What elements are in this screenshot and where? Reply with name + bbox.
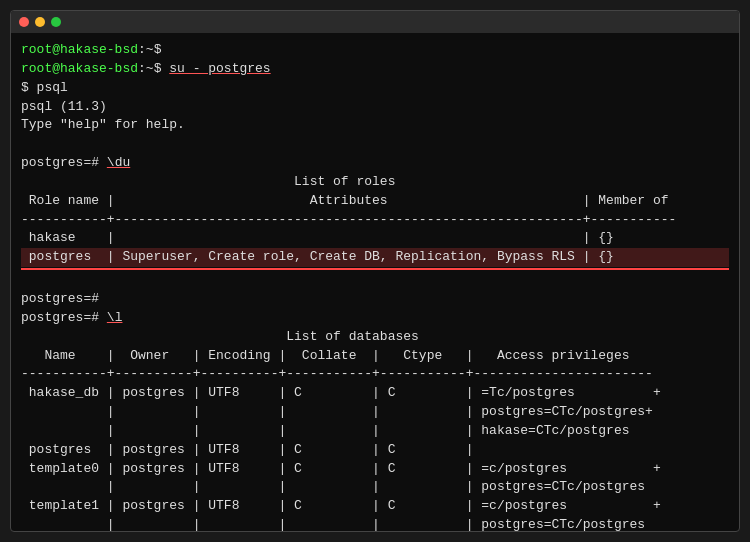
line-blank2: [21, 271, 729, 290]
line-3: $ psql: [21, 79, 729, 98]
line-5: Type "help" for help.: [21, 116, 729, 135]
line-db-header: List of databases: [21, 328, 729, 347]
line-db-hakase2: | | | | | postgres=CTc/postgres+: [21, 403, 729, 422]
minimize-button[interactable]: [35, 17, 45, 27]
line-roles-cols: Role name | Attributes | Member of: [21, 192, 729, 211]
line-2: root@hakase-bsd:~$ su - postgres: [21, 60, 729, 79]
line-db-template0b: | | | | | postgres=CTc/postgres: [21, 478, 729, 497]
close-button[interactable]: [19, 17, 29, 27]
titlebar: [11, 11, 739, 33]
line-roles-header: List of roles: [21, 173, 729, 192]
line-roles-sep: -----------+----------------------------…: [21, 211, 729, 230]
terminal-body[interactable]: root@hakase-bsd:~$ root@hakase-bsd:~$ su…: [11, 33, 739, 531]
line-1: root@hakase-bsd:~$: [21, 41, 729, 60]
line-pg1: postgres=#: [21, 290, 729, 309]
line-db-hakase1: hakase_db | postgres | UTF8 | C | C | =T…: [21, 384, 729, 403]
line-db-template0a: template0 | postgres | UTF8 | C | C | =c…: [21, 460, 729, 479]
red-underline-roles: [21, 268, 729, 270]
line-db-template1b: | | | | | postgres=CTc/postgres: [21, 516, 729, 531]
maximize-button[interactable]: [51, 17, 61, 27]
line-db-cols: Name | Owner | Encoding | Collate | Ctyp…: [21, 347, 729, 366]
line-db-postgres: postgres | postgres | UTF8 | C | C |: [21, 441, 729, 460]
line-du: postgres=# \du: [21, 154, 729, 173]
line-db-sep: -----------+----------+----------+------…: [21, 365, 729, 384]
line-db-template1a: template1 | postgres | UTF8 | C | C | =c…: [21, 497, 729, 516]
line-4: psql (11.3): [21, 98, 729, 117]
line-hakase-role: hakase | | {}: [21, 229, 729, 248]
line-db-hakase3: | | | | | hakase=CTc/postgres: [21, 422, 729, 441]
terminal-window: root@hakase-bsd:~$ root@hakase-bsd:~$ su…: [10, 10, 740, 532]
line-postgres-role: postgres | Superuser, Create role, Creat…: [21, 248, 729, 267]
line-blank1: [21, 135, 729, 154]
line-l: postgres=# \l: [21, 309, 729, 328]
